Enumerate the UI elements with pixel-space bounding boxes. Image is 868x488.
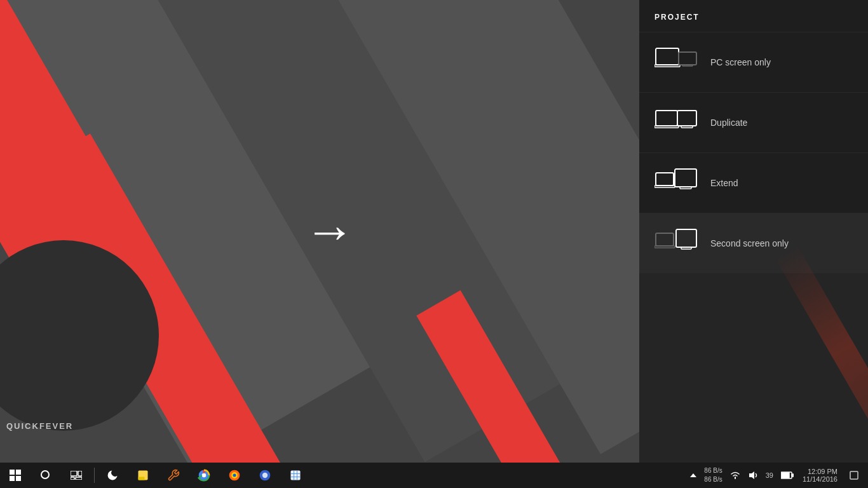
tray-battery-level[interactable]: 39 [762, 463, 777, 488]
taskbar-app-spreadsheet[interactable] [280, 463, 311, 488]
network-stats: 86 B/s 86 B/s [700, 466, 726, 484]
svg-rect-10 [675, 169, 696, 187]
svg-rect-1 [654, 65, 680, 67]
svg-rect-21 [71, 471, 77, 476]
svg-rect-8 [656, 173, 674, 186]
svg-rect-22 [78, 471, 82, 476]
svg-rect-2 [679, 52, 696, 65]
clock-time: 12:09 PM [808, 468, 837, 475]
svg-rect-17 [16, 470, 21, 475]
svg-rect-14 [676, 229, 696, 247]
duplicate-label: Duplicate [710, 118, 747, 128]
taskbar-app-firefox[interactable] [219, 463, 250, 488]
tray-volume-icon[interactable] [744, 463, 762, 488]
svg-rect-5 [654, 126, 679, 128]
taskbar-app-sticky[interactable] [128, 463, 158, 488]
second-screen-only-icon [654, 228, 699, 259]
project-panel: PROJECT PC screen only [639, 0, 868, 488]
watermark: QUICKFEVER [6, 421, 73, 431]
svg-rect-24 [76, 477, 82, 480]
taskbar-app-moon[interactable] [97, 463, 128, 488]
action-center-button[interactable] [843, 463, 865, 488]
network-upload: 86 B/s [704, 466, 722, 475]
svg-rect-4 [656, 111, 677, 126]
svg-rect-41 [792, 474, 794, 477]
svg-point-30 [233, 474, 236, 477]
desktop-arrow: → [304, 206, 355, 257]
project-item-extend[interactable]: Extend [639, 152, 868, 213]
svg-rect-7 [681, 126, 693, 128]
svg-marker-38 [690, 473, 696, 477]
second-screen-only-label: Second screen only [710, 238, 789, 248]
svg-rect-11 [680, 187, 691, 189]
panel-empty-space [639, 273, 868, 488]
project-item-pc-screen-only[interactable]: PC screen only [639, 32, 868, 92]
taskbar: 86 B/s 86 B/s 39 [0, 463, 868, 488]
duplicate-icon [654, 107, 699, 139]
task-view-button[interactable] [61, 463, 92, 488]
svg-marker-39 [749, 471, 754, 479]
svg-rect-33 [291, 471, 301, 480]
extend-icon [654, 168, 699, 199]
pc-screen-only-icon [654, 47, 699, 78]
svg-rect-42 [782, 473, 789, 478]
pc-screen-only-label: PC screen only [710, 57, 771, 67]
svg-rect-43 [850, 471, 858, 479]
taskbar-apps [97, 463, 684, 488]
svg-rect-23 [71, 477, 74, 480]
extend-label: Extend [710, 178, 738, 188]
project-item-second-screen-only[interactable]: Second screen only [639, 213, 868, 273]
svg-point-20 [41, 471, 49, 478]
svg-rect-19 [16, 476, 21, 481]
show-hidden-icons-button[interactable] [686, 463, 700, 488]
taskbar-divider [94, 468, 95, 483]
taskbar-app-chrome[interactable] [189, 463, 219, 488]
svg-rect-9 [654, 186, 675, 187]
tray-battery-icon[interactable] [777, 463, 797, 488]
svg-rect-15 [681, 247, 691, 249]
svg-rect-6 [677, 111, 696, 126]
svg-rect-12 [656, 233, 674, 246]
watermark-prefix: QUICK [6, 421, 39, 431]
tray-wifi-icon[interactable] [726, 463, 744, 488]
svg-rect-0 [656, 48, 679, 65]
svg-point-32 [262, 473, 268, 478]
svg-point-27 [202, 473, 207, 478]
network-download: 86 B/s [704, 475, 722, 484]
svg-rect-16 [10, 470, 15, 475]
taskbar-app-simplenote[interactable] [250, 463, 280, 488]
system-clock[interactable]: 12:09 PM 11/14/2016 [797, 468, 843, 483]
desktop-wallpaper: → QUICKFEVER [0, 0, 639, 463]
watermark-suffix: FEVER [39, 421, 73, 431]
svg-rect-18 [10, 476, 15, 481]
start-button[interactable] [0, 463, 31, 488]
taskbar-tray: 86 B/s 86 B/s 39 [684, 463, 868, 488]
search-button[interactable] [31, 463, 61, 488]
project-item-duplicate[interactable]: Duplicate [639, 92, 868, 152]
taskbar-app-tools[interactable] [158, 463, 189, 488]
clock-date: 11/14/2016 [803, 475, 837, 483]
panel-header: PROJECT [639, 0, 868, 32]
svg-rect-13 [654, 246, 675, 248]
